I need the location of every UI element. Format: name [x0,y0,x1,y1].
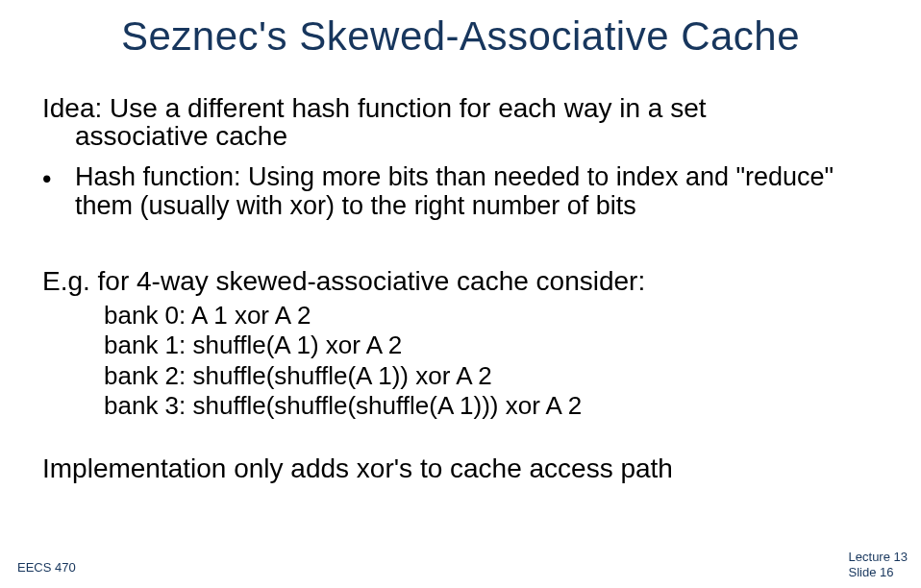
footer-course: EECS 470 [17,560,76,575]
bullet-marker: • [42,162,75,193]
bank-line: bank 3: shuffle(shuffle(shuffle(A 1))) x… [104,391,921,421]
idea-line2: associative cache [42,122,883,150]
example-heading: E.g. for 4-way skewed-associative cache … [42,266,921,297]
bank-line: bank 0: A 1 xor A 2 [104,301,921,331]
bullet-item: • Hash function: Using more bits than ne… [42,162,921,220]
bank-line: bank 2: shuffle(shuffle(A 1)) xor A 2 [104,361,921,391]
slide: Seznec's Skewed-Associative Cache Idea: … [0,0,921,588]
footer-slide-number: Lecture 13 Slide 16 [849,550,908,581]
bank-line: bank 1: shuffle(A 1) xor A 2 [104,331,921,360]
footer-lecture: Lecture 13 [849,550,908,565]
footer-slide: Slide 16 [849,565,908,580]
slide-title: Seznec's Skewed-Associative Cache [0,0,921,60]
bank-list: bank 0: A 1 xor A 2 bank 1: shuffle(A 1)… [104,301,921,421]
implementation-text: Implementation only adds xor's to cache … [42,453,921,484]
bullet-text: Hash function: Using more bits than need… [75,162,863,220]
idea-line1: Idea: Use a different hash function for … [42,93,707,123]
idea-text: Idea: Use a different hash function for … [42,94,921,151]
